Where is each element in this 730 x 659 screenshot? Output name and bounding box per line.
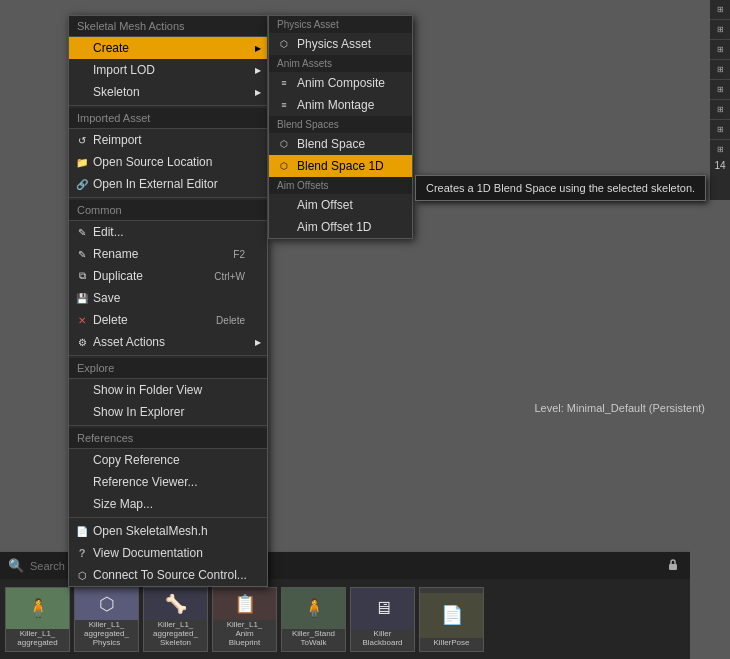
asset-label-killer-l1-aggregated-skeleton: Killer_L1_ aggregated_ Skeleton xyxy=(151,620,200,648)
asset-label-killer-l1-aggregated: Killer_L1_ aggregated xyxy=(15,629,59,649)
toolbar-icon-6[interactable]: ⊞ xyxy=(710,100,730,120)
blend-space-icon: ⬡ xyxy=(277,137,291,151)
tooltip-text: Creates a 1D Blend Space using the selec… xyxy=(426,182,695,194)
toolbar-icon-5[interactable]: ⊞ xyxy=(710,80,730,100)
asset-label-killer-l1-aggregated-physics: Killer_L1_ aggregated_ Physics xyxy=(82,620,131,648)
asset-thumb-img-killer-blackboard: 🖥 xyxy=(351,588,414,629)
asset-bar: 🧍Killer_L1_ aggregated⬡Killer_L1_ aggreg… xyxy=(0,579,690,659)
sub-item-physics-asset[interactable]: ⬡ Physics Asset xyxy=(269,33,412,55)
menu-item-size-map[interactable]: Size Map... xyxy=(69,493,267,515)
sub-item-aim-offset[interactable]: Aim Offset xyxy=(269,194,412,216)
toolbar-icon-2[interactable]: ⊞ xyxy=(710,20,730,40)
menu-item-open-external-editor[interactable]: 🔗 Open In External Editor xyxy=(69,173,267,195)
edit-icon: ✎ xyxy=(75,225,89,239)
source-control-icon: ⬡ xyxy=(75,568,89,582)
level-indicator: Level: Minimal_Default (Persistent) xyxy=(534,402,705,414)
menu-item-open-source-location[interactable]: 📁 Open Source Location xyxy=(69,151,267,173)
asset-thumb-killer-l1-aggregated[interactable]: 🧍Killer_L1_ aggregated xyxy=(5,587,70,652)
asset-thumb-killer-blackboard[interactable]: 🖥Killer Blackboard xyxy=(350,587,415,652)
toolbar-icon-3[interactable]: ⊞ xyxy=(710,40,730,60)
asset-thumb-img-killer-stand-to-walk: 🧍 xyxy=(282,588,345,629)
reimport-icon: ↺ xyxy=(75,133,89,147)
file-icon: 📄 xyxy=(75,524,89,538)
anim-composite-icon: ≡ xyxy=(277,76,291,90)
sub-item-anim-montage[interactable]: ≡ Anim Montage xyxy=(269,94,412,116)
asset-thumb-img-killer-pose: 📄 xyxy=(420,593,483,638)
lock-icon[interactable] xyxy=(666,557,680,574)
toolbar-icon-4[interactable]: ⊞ xyxy=(710,60,730,80)
sub-section-physics: Physics Asset xyxy=(269,16,412,33)
asset-actions-icon: ⚙ xyxy=(75,335,89,349)
aim-offset-icon xyxy=(277,198,291,212)
menu-item-reimport[interactable]: ↺ Reimport xyxy=(69,129,267,151)
rename-icon: ✎ xyxy=(75,247,89,261)
explorer-icon xyxy=(75,405,89,419)
section-explore: Explore xyxy=(69,358,267,379)
asset-thumb-killer-l1-aggregated-physics[interactable]: ⬡Killer_L1_ aggregated_ Physics xyxy=(74,587,139,652)
docs-icon: ? xyxy=(75,546,89,560)
folder-view-icon xyxy=(75,383,89,397)
asset-thumb-img-killer-l1-aggregated-physics: ⬡ xyxy=(75,588,138,621)
sub-section-aim: Aim Offsets xyxy=(269,177,412,194)
physics-asset-icon: ⬡ xyxy=(277,37,291,51)
menu-item-view-documentation[interactable]: ? View Documentation xyxy=(69,542,267,564)
asset-thumb-killer-l1-anim-blueprint[interactable]: 📋Killer_L1_ Anim Blueprint xyxy=(212,587,277,652)
sub-item-aim-offset-1d[interactable]: Aim Offset 1D xyxy=(269,216,412,238)
menu-item-reference-viewer[interactable]: Reference Viewer... xyxy=(69,471,267,493)
toolbar-icon-1[interactable]: ⊞ xyxy=(710,0,730,20)
toolbar-icon-7[interactable]: ⊞ xyxy=(710,120,730,140)
aim-offset-1d-icon xyxy=(277,220,291,234)
anim-montage-icon: ≡ xyxy=(277,98,291,112)
tooltip: Creates a 1D Blend Space using the selec… xyxy=(415,175,706,201)
sub-item-blend-space[interactable]: ⬡ Blend Space xyxy=(269,133,412,155)
asset-thumb-killer-l1-aggregated-skeleton[interactable]: 🦴Killer_L1_ aggregated_ Skeleton xyxy=(143,587,208,652)
section-references: References xyxy=(69,428,267,449)
svg-rect-0 xyxy=(669,564,677,570)
num-badge: 14 xyxy=(710,155,730,175)
menu-item-edit[interactable]: ✎ Edit... xyxy=(69,221,267,243)
menu-item-import-lod[interactable]: Import LOD xyxy=(69,59,267,81)
section-imported-asset: Imported Asset xyxy=(69,108,267,129)
menu-item-show-in-explorer[interactable]: Show In Explorer xyxy=(69,401,267,423)
asset-label-killer-blackboard: Killer Blackboard xyxy=(360,629,404,649)
asset-thumb-img-killer-l1-aggregated: 🧍 xyxy=(6,588,69,629)
asset-label-killer-pose: KillerPose xyxy=(431,638,471,649)
menu-item-duplicate[interactable]: ⧉ Duplicate Ctrl+W xyxy=(69,265,267,287)
copy-reference-icon xyxy=(75,453,89,467)
sub-item-blend-space-1d[interactable]: ⬡ Blend Space 1D xyxy=(269,155,412,177)
import-lod-icon xyxy=(75,63,89,77)
main-context-menu: Skeletal Mesh Actions ⬡ Create Import LO… xyxy=(68,15,268,587)
save-icon: 💾 xyxy=(75,291,89,305)
sub-context-menu: Physics Asset ⬡ Physics Asset Anim Asset… xyxy=(268,15,413,239)
skeleton-icon xyxy=(75,85,89,99)
menu-item-delete[interactable]: ✕ Delete Delete xyxy=(69,309,267,331)
section-skeletal-mesh: Skeletal Mesh Actions xyxy=(69,16,267,37)
menu-item-connect-source-control[interactable]: ⬡ Connect To Source Control... xyxy=(69,564,267,586)
section-common: Common xyxy=(69,200,267,221)
asset-label-killer-stand-to-walk: Killer_Stand ToWalk xyxy=(290,629,337,649)
blend-space-1d-icon: ⬡ xyxy=(277,159,291,173)
menu-item-skeleton[interactable]: Skeleton xyxy=(69,81,267,103)
search-icon: 🔍 xyxy=(8,558,24,573)
external-editor-icon: 🔗 xyxy=(75,177,89,191)
asset-thumb-killer-pose[interactable]: 📄KillerPose xyxy=(419,587,484,652)
menu-item-create[interactable]: ⬡ Create xyxy=(69,37,267,59)
asset-label-killer-l1-anim-blueprint: Killer_L1_ Anim Blueprint xyxy=(225,620,265,648)
sub-section-blend: Blend Spaces xyxy=(269,116,412,133)
menu-item-rename[interactable]: ✎ Rename F2 xyxy=(69,243,267,265)
level-label: Level: xyxy=(534,402,563,414)
asset-thumb-img-killer-l1-aggregated-skeleton: 🦴 xyxy=(144,588,207,621)
folder-icon: 📁 xyxy=(75,155,89,169)
asset-thumb-killer-stand-to-walk[interactable]: 🧍Killer_Stand ToWalk xyxy=(281,587,346,652)
duplicate-icon: ⧉ xyxy=(75,269,89,283)
menu-item-asset-actions[interactable]: ⚙ Asset Actions xyxy=(69,331,267,353)
asset-thumb-img-killer-l1-anim-blueprint: 📋 xyxy=(213,588,276,621)
menu-item-show-folder-view[interactable]: Show in Folder View xyxy=(69,379,267,401)
size-map-icon xyxy=(75,497,89,511)
menu-item-save[interactable]: 💾 Save xyxy=(69,287,267,309)
menu-item-copy-reference[interactable]: Copy Reference xyxy=(69,449,267,471)
sub-item-anim-composite[interactable]: ≡ Anim Composite xyxy=(269,72,412,94)
delete-icon: ✕ xyxy=(75,313,89,327)
reference-viewer-icon xyxy=(75,475,89,489)
menu-item-open-skeletal-mesh[interactable]: 📄 Open SkeletalMesh.h xyxy=(69,520,267,542)
